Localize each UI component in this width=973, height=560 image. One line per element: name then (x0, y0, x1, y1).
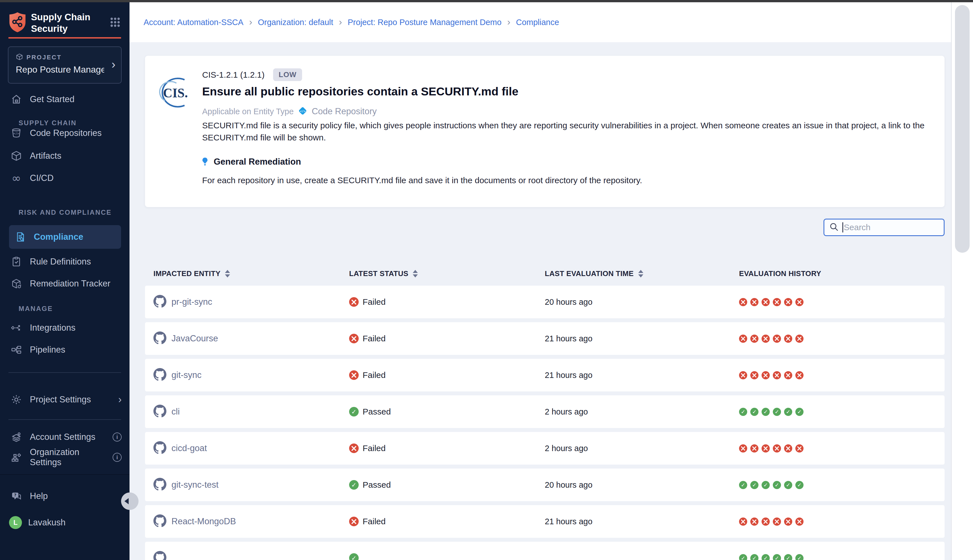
check-circle-icon: ✓ (773, 408, 781, 416)
table-row[interactable]: ✓ ✓✓✓✓✓✓ (145, 542, 945, 560)
sidebar-item-account-settings[interactable]: Account Settings i (9, 428, 122, 446)
breadcrumb-bar: Account: Automation-SSCA › Organization:… (130, 2, 973, 42)
table-row[interactable]: git-sync-test ✓ Passed 20 hours ago ✓✓✓✓… (145, 468, 945, 501)
status-text: Failed (363, 334, 386, 343)
supply-chain-security-logo (8, 12, 27, 34)
info-icon[interactable]: i (113, 433, 122, 442)
sidebar-collapse-handle[interactable] (121, 492, 139, 510)
entity-type[interactable]: Code Repository (312, 107, 377, 117)
x-circle-icon: × (773, 444, 781, 453)
table-row[interactable]: pr-git-sync × Failed 20 hours ago ×××××× (145, 286, 945, 318)
sidebar-item-remediation-tracker[interactable]: Remediation Tracker (9, 275, 122, 293)
check-circle-icon: ✓ (761, 408, 770, 416)
status-text: Passed (363, 480, 391, 490)
evaluation-history: ×××××× (739, 298, 945, 306)
x-circle-icon: × (739, 335, 747, 343)
check-circle-icon: ✓ (750, 554, 758, 560)
x-circle-icon: × (761, 371, 770, 379)
code-repository-icon: </> (297, 106, 308, 117)
evaluation-history: ✓✓✓✓✓✓ (739, 554, 945, 560)
compliance-document-icon (13, 231, 28, 243)
sidebar-item-get-started[interactable]: Get Started (9, 90, 122, 108)
x-circle-icon: × (784, 371, 792, 379)
search-box[interactable] (823, 218, 945, 236)
sidebar-item-code-repositories[interactable]: </> Code Repositories (9, 124, 122, 142)
x-circle-icon: × (795, 335, 803, 343)
last-evaluation-time: 21 hours ago (545, 334, 739, 343)
entity-link[interactable]: pr-git-sync (172, 297, 212, 307)
x-circle-icon: × (750, 335, 758, 343)
column-header-latest-status[interactable]: LATEST STATUS (349, 269, 545, 278)
evaluation-history: ×××××× (739, 335, 945, 343)
table-row[interactable]: git-sync × Failed 21 hours ago ×××××× (145, 359, 945, 392)
entity-link[interactable]: cicd-goat (172, 443, 207, 453)
table-row[interactable]: cli ✓ Passed 2 hours ago ✓✓✓✓✓✓ (145, 395, 945, 428)
user-menu[interactable]: L Lavakush (9, 513, 122, 532)
column-header-last-evaluation-time[interactable]: LAST EVALUATION TIME (545, 269, 739, 278)
sidebar-item-pipelines[interactable]: Pipelines (9, 341, 122, 359)
box-wrench-icon (9, 278, 23, 289)
check-circle-icon: ✓ (761, 554, 770, 560)
integrations-icon (9, 322, 23, 333)
project-label: PROJECT (27, 54, 62, 61)
chevron-separator-icon: › (339, 17, 342, 28)
x-circle-icon: × (784, 335, 792, 343)
check-circle-icon: ✓ (349, 407, 359, 417)
x-circle-icon: × (784, 444, 792, 453)
sort-icon[interactable] (225, 270, 230, 277)
lightbulb-icon (200, 157, 210, 167)
evaluation-history: ✓✓✓✓✓✓ (739, 481, 945, 489)
scrollbar-track[interactable] (951, 2, 973, 560)
breadcrumb-project[interactable]: Project: Repo Posture Management Demo (348, 18, 501, 27)
search-input[interactable] (844, 223, 939, 232)
github-icon (154, 368, 166, 382)
entity-link[interactable]: git-sync (172, 370, 202, 380)
breadcrumb-account[interactable]: Account: Automation-SSCA (144, 18, 244, 27)
rule-title: Ensure all public repositories contain a… (202, 85, 518, 98)
status-text: Passed (363, 407, 391, 417)
x-circle-icon: × (795, 444, 803, 453)
table-row[interactable]: cicd-goat × Failed 2 hours ago ×××××× (145, 432, 945, 465)
info-icon[interactable]: i (113, 453, 122, 462)
github-icon (154, 295, 166, 309)
last-evaluation-time: 2 hours ago (545, 444, 739, 453)
sort-icon[interactable] (638, 270, 643, 277)
github-icon (154, 551, 166, 560)
sidebar-item-compliance[interactable]: Compliance (9, 225, 121, 249)
breadcrumb-compliance[interactable]: Compliance (516, 18, 559, 27)
app-title: Supply ChainSecurity (31, 11, 90, 34)
scrollbar-thumb[interactable] (955, 5, 970, 253)
box-icon (9, 150, 23, 162)
svg-text:?: ? (14, 493, 16, 497)
sidebar-item-project-settings[interactable]: Project Settings › (9, 391, 122, 408)
sidebar-item-rule-definitions[interactable]: Rule Definitions (9, 253, 122, 271)
check-circle-icon: ✓ (773, 481, 781, 489)
entity-link[interactable]: JavaCourse (172, 333, 218, 343)
cis-logo: CIS. (157, 74, 190, 111)
x-circle-icon: × (761, 444, 770, 453)
x-circle-icon: × (739, 444, 747, 453)
check-circle-icon: ✓ (739, 481, 747, 489)
home-icon (9, 94, 23, 105)
sidebar-item-integrations[interactable]: Integrations (9, 319, 122, 337)
table-row[interactable]: React-MongoDB × Failed 21 hours ago ××××… (145, 505, 945, 538)
sidebar-item-organization-settings[interactable]: Organization Settings i (9, 448, 122, 466)
entity-link[interactable]: git-sync-test (172, 480, 219, 490)
column-header-impacted-entity[interactable]: IMPACTED ENTITY (154, 269, 349, 278)
sidebar-item-cicd[interactable]: ∞ CI/CD (9, 169, 122, 187)
clipboard-check-icon (9, 256, 23, 267)
cube-icon (16, 53, 23, 62)
module-grid-icon[interactable] (109, 16, 121, 29)
svg-text:</>: </> (300, 110, 306, 113)
table-row[interactable]: JavaCourse × Failed 21 hours ago ×××××× (145, 322, 945, 355)
entity-link[interactable]: cli (172, 407, 180, 417)
sidebar-item-help[interactable]: ? Help (9, 487, 122, 505)
last-evaluation-time: 2 hours ago (545, 407, 739, 417)
project-selector[interactable]: PROJECT Repo Posture Manage... › (8, 47, 122, 83)
sidebar-item-artifacts[interactable]: Artifacts (9, 147, 122, 165)
evaluation-history: ×××××× (739, 371, 945, 379)
entity-link[interactable]: React-MongoDB (172, 517, 236, 527)
column-header-evaluation-history: EVALUATION HISTORY (739, 269, 945, 278)
sort-icon[interactable] (413, 270, 418, 277)
breadcrumb-organization[interactable]: Organization: default (258, 18, 333, 27)
